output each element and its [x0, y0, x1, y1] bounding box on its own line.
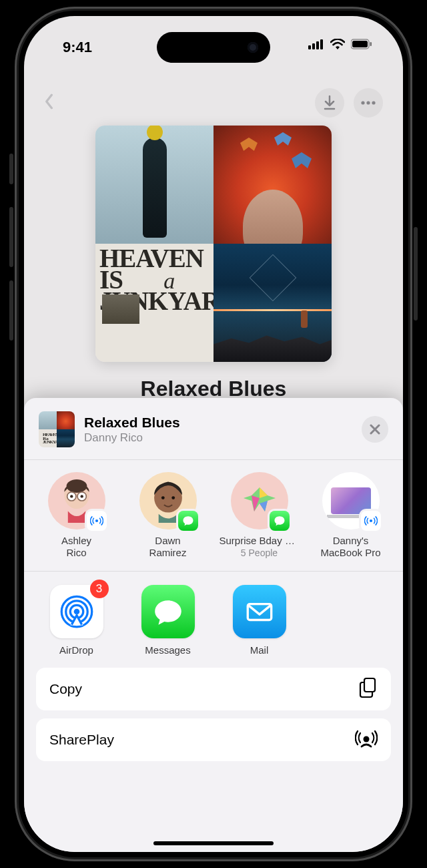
app-label: Mail [250, 644, 269, 656]
download-button[interactable] [315, 88, 344, 118]
contact-subtitle: 5 People [241, 548, 278, 558]
airdrop-icon [87, 511, 107, 531]
messages-icon [178, 511, 198, 531]
svg-rect-0 [308, 45, 311, 49]
album-art-1 [95, 126, 214, 244]
more-button[interactable] [354, 88, 383, 118]
contact-name: Surprise Bday P… [220, 535, 300, 547]
svg-rect-5 [352, 41, 368, 47]
share-app-mail[interactable]: Mail [214, 585, 305, 656]
messages-icon [270, 511, 290, 531]
copy-icon [359, 677, 378, 701]
airdrop-icon: 3 [50, 585, 103, 638]
svg-rect-3 [320, 39, 323, 49]
share-item-title: Relaxed Blues [84, 415, 362, 431]
svg-point-21 [73, 609, 79, 615]
app-label: AirDrop [59, 644, 93, 656]
action-copy[interactable]: Copy [36, 668, 391, 710]
svg-rect-1 [312, 43, 315, 49]
mail-icon [233, 585, 286, 638]
share-sheet: HEAVENIS aJUNKYARD Relaxed Blues Danny R… [24, 398, 403, 852]
svg-rect-6 [370, 42, 372, 46]
contact-name: Ashley Rico [61, 535, 91, 559]
back-button[interactable] [44, 93, 53, 112]
cellular-icon [308, 39, 324, 52]
svg-point-8 [366, 101, 370, 104]
share-actions: Copy SharePlay [24, 668, 403, 765]
album-art-2 [214, 126, 332, 244]
album-art-3: HEAVENIS aJUNKYARD [95, 244, 214, 362]
svg-point-15 [80, 495, 83, 497]
share-item-thumbnail: HEAVENIS aJUNKYARD [39, 411, 75, 447]
volume-switch [9, 154, 13, 184]
home-indicator[interactable] [153, 841, 274, 845]
share-item-subtitle: Danny Rico [84, 431, 362, 445]
phone-frame: 9:41 [15, 7, 412, 861]
album-art-4 [214, 244, 332, 362]
playlist-artwork: HEAVENIS aJUNKYARD [95, 126, 332, 362]
screen: 9:41 [24, 16, 403, 852]
battery-icon [351, 39, 372, 52]
app-label: Messages [145, 644, 190, 656]
action-label: Copy [49, 681, 82, 697]
svg-point-9 [372, 101, 375, 104]
share-app-airdrop[interactable]: 3 AirDrop [31, 585, 122, 656]
svg-point-14 [70, 495, 73, 497]
contact-name: Dawn Ramirez [149, 535, 187, 559]
svg-point-7 [361, 101, 364, 104]
share-contact-group[interactable]: Surprise Bday P… 5 People [214, 472, 305, 559]
svg-rect-2 [316, 41, 319, 49]
volume-down [9, 280, 13, 341]
airdrop-icon [361, 511, 381, 531]
svg-point-11 [66, 479, 87, 493]
share-contact-dawn[interactable]: Dawn Ramirez [122, 472, 214, 559]
share-contact-macbook[interactable]: Danny's MacBook Pro [305, 472, 396, 559]
share-app-placeholder [305, 585, 396, 656]
share-app-messages[interactable]: Messages [122, 585, 214, 656]
messages-icon [141, 585, 195, 638]
svg-point-20 [369, 519, 372, 522]
action-shareplay[interactable]: SharePlay [36, 718, 391, 761]
wifi-icon [330, 39, 345, 52]
close-button[interactable] [362, 416, 388, 443]
share-apps-row: 3 AirDrop Messages Mail [24, 572, 403, 668]
contact-name: Danny's MacBook Pro [320, 535, 380, 559]
volume-up [9, 207, 13, 267]
macbook-icon [331, 487, 371, 514]
svg-point-18 [161, 496, 164, 499]
share-header: HEAVENIS aJUNKYARD Relaxed Blues Danny R… [24, 398, 403, 460]
share-contact-ashley[interactable]: Ashley Rico [31, 472, 122, 559]
status-icons [308, 39, 372, 52]
svg-rect-26 [364, 678, 375, 692]
shareplay-icon [355, 729, 378, 750]
status-time: 9:41 [63, 39, 92, 56]
notification-badge: 3 [90, 580, 109, 598]
svg-point-27 [364, 736, 370, 742]
svg-point-19 [171, 496, 175, 499]
dynamic-island [157, 32, 270, 63]
action-label: SharePlay [49, 732, 114, 748]
side-button [414, 227, 418, 320]
svg-point-16 [95, 519, 97, 522]
share-contacts-row: Ashley Rico Dawn Ramirez [24, 460, 403, 572]
